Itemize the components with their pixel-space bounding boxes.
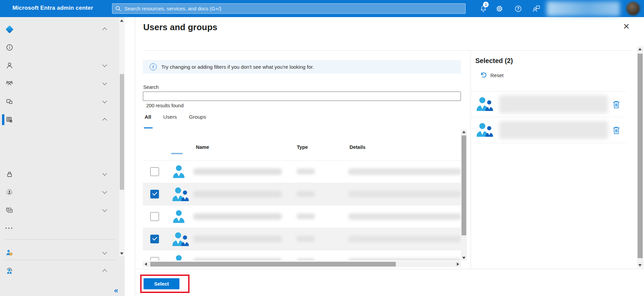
selected-item <box>471 117 626 143</box>
scroll-up-arrow-icon[interactable] <box>120 19 123 22</box>
select-button[interactable]: Select <box>144 278 179 289</box>
row-checkbox[interactable] <box>150 190 159 198</box>
sidebar-scrollbar-thumb[interactable] <box>120 74 124 190</box>
help-icon: ? <box>515 5 522 12</box>
scroll-down-arrow-icon[interactable] <box>462 257 466 259</box>
filter-search-input[interactable] <box>143 92 461 101</box>
chevron-down-icon <box>102 250 107 254</box>
selected-item <box>471 91 626 117</box>
name-cell-blurred <box>193 258 282 260</box>
trash-icon[interactable] <box>612 126 620 136</box>
notification-badge: 1 <box>483 2 489 7</box>
lock-icon <box>5 170 14 178</box>
type-cell-blurred <box>297 169 315 174</box>
brand-title[interactable]: Microsoft Entra admin center <box>12 5 93 11</box>
sidebar-item-identity[interactable] <box>0 20 119 38</box>
chevron-down-icon <box>102 80 107 85</box>
sidebar-item-enterprise-applications[interactable] <box>0 129 119 147</box>
scroll-up-arrow-icon[interactable] <box>462 131 466 133</box>
sidebar-item-identity-governance[interactable] <box>0 183 119 201</box>
scroll-down-arrow-icon[interactable] <box>638 264 642 267</box>
group-avatar-icon <box>171 231 186 247</box>
sidebar-item-protection[interactable] <box>0 165 119 183</box>
trash-icon[interactable] <box>612 100 620 110</box>
sidebar-item-groups[interactable] <box>0 74 119 93</box>
table-row[interactable] <box>143 228 461 250</box>
name-cell-blurred <box>193 213 282 220</box>
scroll-up-arrow-icon[interactable] <box>638 48 642 50</box>
chevron-down-icon <box>102 171 107 176</box>
chevron-down-icon <box>102 62 107 67</box>
chevron-up-icon <box>102 269 107 274</box>
group-avatar-icon <box>475 96 494 112</box>
list-hscrollbar-thumb[interactable] <box>150 262 396 267</box>
avatar-column-indicator <box>171 153 183 154</box>
tab-users[interactable]: Users <box>163 114 177 120</box>
title-divider <box>143 50 633 51</box>
user-avatar-icon <box>171 164 186 179</box>
sidebar-item-learn-support[interactable] <box>0 262 119 279</box>
sidebar-item-external-identities[interactable] <box>0 201 119 219</box>
scroll-down-arrow-icon[interactable] <box>120 252 123 255</box>
devices-icon <box>5 97 14 106</box>
sidebar-item-devices[interactable] <box>0 93 119 111</box>
global-search-input[interactable] <box>112 3 466 14</box>
account-info-blurred <box>547 1 620 16</box>
details-cell-blurred <box>348 236 461 242</box>
top-bar: Microsoft Entra admin center 1 ? <box>0 0 644 17</box>
avatar[interactable] <box>626 2 640 15</box>
chevron-down-icon <box>102 189 107 194</box>
feedback-icon <box>532 5 540 13</box>
column-header-details: Details <box>350 144 366 150</box>
table-row[interactable] <box>143 250 461 260</box>
sidebar-item-show-more[interactable]: ··· <box>0 219 119 237</box>
column-header-name: Name <box>196 144 209 150</box>
page-scrollbar[interactable] <box>637 46 643 268</box>
selected-title: Selected (2) <box>475 57 513 65</box>
list-vertical-scrollbar[interactable] <box>461 129 467 260</box>
table-row[interactable] <box>143 183 461 205</box>
sidebar-item-protection[interactable] <box>0 244 119 261</box>
page-scrollbar-thumb[interactable] <box>638 54 643 258</box>
close-icon[interactable]: × <box>623 21 630 32</box>
sidebar-item-users[interactable] <box>0 56 119 74</box>
panel-separator <box>135 17 135 296</box>
group-avatar-icon <box>475 122 494 138</box>
search-label: Search <box>143 84 159 90</box>
gear-icon <box>495 5 503 13</box>
sidebar-item-overview[interactable] <box>0 38 119 56</box>
row-checkbox[interactable] <box>150 257 159 260</box>
type-cell-blurred <box>297 258 315 260</box>
tab-all[interactable]: All <box>145 114 151 120</box>
chevron-up-icon <box>102 118 107 123</box>
row-checkbox[interactable] <box>150 212 159 221</box>
settings-button[interactable] <box>494 3 505 14</box>
notifications-button[interactable]: 1 <box>478 3 489 14</box>
feedback-button[interactable] <box>531 3 542 14</box>
reset-undo-icon <box>480 72 486 78</box>
sidebar-collapse-button[interactable]: « <box>114 286 117 295</box>
table-row[interactable] <box>143 161 461 183</box>
reset-button[interactable]: Reset <box>480 72 503 78</box>
help-button[interactable]: ? <box>513 3 524 14</box>
scroll-left-arrow-icon[interactable] <box>145 262 147 266</box>
info-icon: i <box>150 63 157 70</box>
list-scrollbar-thumb[interactable] <box>462 135 466 235</box>
active-tab-indicator <box>144 127 153 128</box>
details-cell-blurred <box>348 168 461 175</box>
table-row[interactable] <box>143 205 461 228</box>
sidebar-scrollbar[interactable] <box>119 18 125 256</box>
row-checkbox[interactable] <box>150 235 159 243</box>
governance-icon <box>5 188 14 196</box>
protection-colored-icon <box>5 248 14 257</box>
list-horizontal-scrollbar[interactable] <box>143 261 461 267</box>
chevron-down-icon <box>102 99 107 103</box>
reset-label: Reset <box>490 72 503 78</box>
footer-divider <box>135 269 644 269</box>
sidebar-item-app-registrations[interactable] <box>0 147 119 165</box>
scroll-right-arrow-icon[interactable] <box>457 262 459 266</box>
tab-groups[interactable]: Groups <box>189 114 206 120</box>
row-checkbox[interactable] <box>150 167 159 176</box>
column-header-type: Type <box>297 144 308 150</box>
sidebar-item-applications[interactable] <box>0 111 119 129</box>
